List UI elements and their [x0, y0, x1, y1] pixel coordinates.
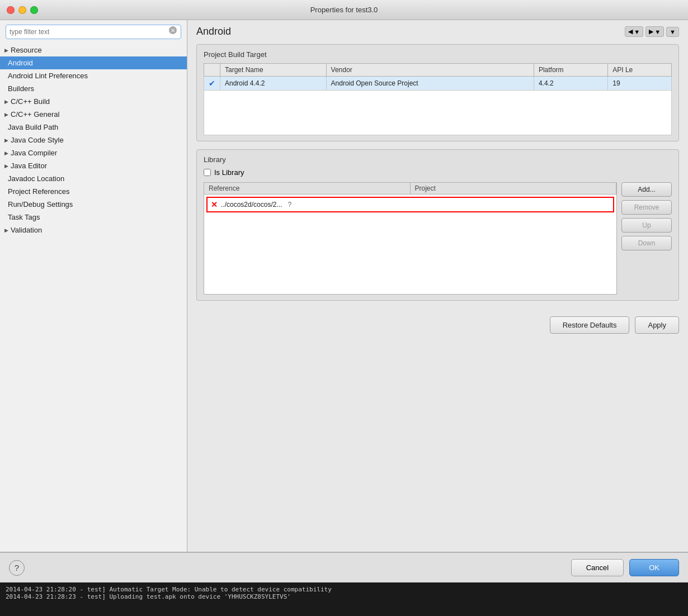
- sidebar-item-java-build-path[interactable]: Java Build Path: [0, 121, 187, 134]
- title-bar: Properties for test3.0: [0, 0, 688, 20]
- sidebar-item-task-tags[interactable]: Task Tags: [0, 211, 187, 224]
- forward-arrow-icon: ▶: [649, 28, 653, 35]
- ok-button[interactable]: OK: [629, 559, 679, 576]
- maximize-button[interactable]: [30, 6, 38, 14]
- sidebar-item-label: Java Code Style: [11, 136, 64, 144]
- minimize-button[interactable]: [18, 6, 26, 14]
- col-target-name: Target Name: [220, 64, 327, 77]
- arrow-icon: ▶: [4, 112, 8, 117]
- close-button[interactable]: [7, 6, 15, 14]
- console-line-1: 2014-04-23 21:28:20 - test] Automatic Ta…: [6, 586, 682, 593]
- build-target-table: Target Name Vendor Platform API Le ✔ And…: [204, 63, 672, 135]
- arrow-icon: ▶: [4, 99, 8, 105]
- sidebar-item-run-debug[interactable]: Run/Debug Settings: [0, 198, 187, 211]
- arrow-icon: ▶: [4, 138, 8, 143]
- library-section: Library Is Library Reference Project ✕ .…: [196, 149, 679, 301]
- restore-defaults-button[interactable]: Restore Defaults: [550, 316, 630, 334]
- row-checkbox[interactable]: ✔: [204, 77, 220, 91]
- sidebar-item-android[interactable]: Android: [0, 56, 187, 69]
- search-wrap: ✕: [0, 20, 187, 44]
- console-line-2: 2014-04-23 21:28:23 - test] Uploading te…: [6, 593, 682, 600]
- is-library-row: Is Library: [204, 168, 672, 177]
- arrow-icon: ▶: [4, 228, 8, 233]
- sidebar-item-label: Android: [8, 59, 33, 67]
- sidebar-item-project-references[interactable]: Project References: [0, 185, 187, 198]
- nav-dropdown-button[interactable]: ▼: [666, 27, 679, 37]
- library-list-area: Reference Project ✕ ../cocos2d/cocos/2..…: [204, 182, 617, 295]
- panel-title: Android: [196, 26, 231, 37]
- panel-header: Android ◀ ▼ ▶ ▼ ▼: [196, 26, 679, 37]
- sidebar-item-resource[interactable]: ▶ Resource: [0, 44, 187, 56]
- sidebar-item-label: Android Lint Preferences: [8, 72, 88, 80]
- build-target-title: Project Build Target: [204, 50, 672, 59]
- window-controls: [7, 6, 38, 14]
- sidebar-item-validation[interactable]: ▶ Validation: [0, 224, 187, 236]
- sidebar-item-label: Task Tags: [8, 213, 40, 221]
- build-target-section: Project Build Target Target Name Vendor …: [196, 44, 679, 141]
- sidebar-item-label: Project References: [8, 187, 70, 196]
- sidebar-item-label: Java Editor: [11, 162, 47, 170]
- sidebar-item-cpp-build[interactable]: ▶ C/C++ Build: [0, 95, 187, 108]
- is-library-label: Is Library: [214, 168, 244, 177]
- help-icon: ?: [15, 563, 19, 572]
- row-platform: 4.4.2: [534, 77, 607, 91]
- lib-col-project: Project: [411, 183, 617, 194]
- add-button[interactable]: Add...: [621, 182, 672, 197]
- sidebar-item-builders[interactable]: Builders: [0, 82, 187, 95]
- row-target-name: Android 4.4.2: [220, 77, 327, 91]
- cancel-button[interactable]: Cancel: [571, 559, 624, 576]
- sidebar-item-label: Validation: [11, 226, 42, 234]
- sidebar-item-android-lint[interactable]: Android Lint Preferences: [0, 69, 187, 82]
- table-row[interactable]: ✔ Android 4.4.2 Android Open Source Proj…: [204, 77, 672, 91]
- library-columns: Reference Project ✕ ../cocos2d/cocos/2..…: [204, 182, 672, 295]
- sidebar-item-cpp-general[interactable]: ▶ C/C++ General: [0, 108, 187, 121]
- arrow-icon: ▶: [4, 163, 8, 169]
- library-title: Library: [204, 155, 672, 164]
- sidebar: ✕ ▶ Resource Android Android Lint Prefer…: [0, 20, 187, 552]
- main-content: ✕ ▶ Resource Android Android Lint Prefer…: [0, 20, 688, 552]
- down-button[interactable]: Down: [621, 236, 672, 250]
- up-button[interactable]: Up: [621, 218, 672, 233]
- nav-arrows: ◀ ▼ ▶ ▼ ▼: [625, 26, 679, 37]
- sidebar-item-label: C/C++ General: [11, 110, 59, 119]
- sidebar-item-java-code-style[interactable]: ▶ Java Code Style: [0, 134, 187, 146]
- arrow-dropdown-icon: ▼: [634, 29, 640, 35]
- library-table-body: ✕ ../cocos2d/cocos/2... ?: [204, 194, 617, 295]
- library-buttons: Add... Remove Up Down: [621, 182, 672, 295]
- sidebar-item-java-compiler[interactable]: ▶ Java Compiler: [0, 146, 187, 159]
- col-vendor: Vendor: [326, 64, 534, 77]
- sidebar-item-javadoc[interactable]: Javadoc Location: [0, 172, 187, 185]
- help-button[interactable]: ?: [9, 560, 25, 576]
- sidebar-item-label: Java Compiler: [11, 149, 57, 157]
- lib-col-reference: Reference: [204, 183, 411, 194]
- dropdown-icon: ▼: [670, 29, 676, 35]
- footer-buttons: Cancel OK: [571, 559, 679, 576]
- window-title: Properties for test3.0: [310, 6, 378, 14]
- nav-forward-button[interactable]: ▶ ▼: [645, 26, 664, 37]
- error-icon: ✕: [211, 200, 218, 209]
- sidebar-item-label: Javadoc Location: [8, 174, 64, 183]
- row-api-level: 19: [608, 77, 672, 91]
- sidebar-item-java-editor[interactable]: ▶ Java Editor: [0, 159, 187, 172]
- apply-button[interactable]: Apply: [635, 316, 679, 334]
- nav-back-button[interactable]: ◀ ▼: [625, 26, 643, 37]
- remove-button[interactable]: Remove: [621, 200, 672, 215]
- is-library-checkbox[interactable]: [204, 169, 211, 176]
- arrow-icon: ▶: [4, 150, 8, 156]
- library-row[interactable]: ✕ ../cocos2d/cocos/2... ?: [206, 197, 614, 212]
- search-clear-button[interactable]: ✕: [169, 26, 177, 34]
- arrow-dropdown-icon: ▼: [654, 29, 661, 35]
- footer-bar: ? Cancel OK: [0, 552, 688, 582]
- sidebar-item-label: Resource: [11, 46, 42, 54]
- col-check: [204, 64, 220, 77]
- lib-row-project: ?: [288, 201, 291, 209]
- lib-row-path: ../cocos2d/cocos/2...: [221, 201, 282, 209]
- sidebar-item-label: Builders: [8, 84, 34, 93]
- right-panel: Android ◀ ▼ ▶ ▼ ▼ Project Build Target: [187, 20, 688, 552]
- library-table-header: Reference Project: [204, 182, 617, 194]
- back-arrow-icon: ◀: [628, 28, 633, 35]
- empty-row: [204, 91, 672, 135]
- col-api: API Le: [608, 64, 672, 77]
- arrow-icon: ▶: [4, 48, 8, 53]
- search-input[interactable]: [6, 25, 181, 39]
